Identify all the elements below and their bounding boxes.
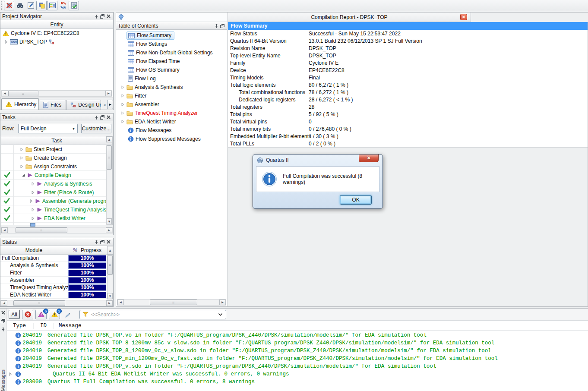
scroll-left-icon[interactable]: ◄ <box>1 227 8 233</box>
close-icon[interactable] <box>0 310 6 315</box>
chevron-right-icon[interactable] <box>4 40 8 44</box>
chevron-right-icon[interactable] <box>31 190 35 195</box>
message-row[interactable]: 204019 Generated file DPSK_TOP_8_1200mv_… <box>7 347 588 355</box>
close-icon[interactable] <box>105 239 111 245</box>
close-icon[interactable] <box>105 13 111 19</box>
chevron-right-icon[interactable] <box>120 111 125 115</box>
message-row[interactable]: Quartus II 64-Bit EDA Netlist Writer was… <box>7 370 588 378</box>
scroll-down-icon[interactable]: ▼ <box>107 218 112 224</box>
task-row-partial[interactable] <box>1 223 112 227</box>
filter-errors-button[interactable] <box>22 310 33 319</box>
message-row[interactable]: 293000 Quartus II Full Compilation was s… <box>7 378 588 386</box>
status-hscrollbar[interactable]: ◄ ≡ ► <box>0 300 113 306</box>
find-button[interactable] <box>15 1 25 10</box>
tree-item-device[interactable]: Cyclone IV E: EP4CE6E22C8 <box>0 29 113 38</box>
status-vscrollbar[interactable]: ≡ ▼ <box>107 255 113 300</box>
toc-item[interactable]: Flow Elapsed Time <box>116 57 227 66</box>
report-close-button[interactable]: ✕ <box>460 14 467 20</box>
float-icon[interactable] <box>219 23 225 28</box>
tab-files[interactable]: Files <box>39 100 66 110</box>
tab-hierarchy[interactable]: Hierarchy <box>1 98 39 110</box>
dialog-close-button[interactable]: ✕ <box>359 155 379 162</box>
flag-messages-button[interactable] <box>62 310 73 319</box>
scroll-thumb[interactable]: ≡ <box>107 145 112 170</box>
scroll-down-icon[interactable]: ▼ <box>107 293 113 299</box>
chevron-right-icon[interactable] <box>29 199 33 203</box>
float-icon[interactable] <box>0 318 6 324</box>
scroll-thumb[interactable]: ≡ <box>107 255 113 275</box>
scroll-thumb[interactable]: ≡ <box>13 300 65 306</box>
tab-scroll-left-icon[interactable]: ◄ <box>101 103 107 110</box>
scroll-left-icon[interactable]: ◄ <box>1 300 7 306</box>
toc-item[interactable]: Flow Non-Default Global Settings <box>116 48 227 57</box>
chevron-right-icon[interactable] <box>31 208 35 212</box>
chevron-right-icon[interactable] <box>31 182 35 186</box>
toc-item[interactable]: Flow Summary <box>116 31 227 40</box>
scroll-right-icon[interactable]: ► <box>106 227 112 233</box>
search-box[interactable]: <<Search>> <box>79 310 226 319</box>
scroll-thumb[interactable]: ≡ <box>150 300 197 305</box>
refresh-button[interactable] <box>58 1 68 10</box>
task-row[interactable]: Assembler (Generate program <box>1 197 112 205</box>
message-row[interactable]: 204019 Generated file DPSK_TOP_min_1200m… <box>7 355 588 363</box>
message-row[interactable]: 204019 Generated file DPSK_TOP_v.sdo in … <box>7 363 588 370</box>
chevron-down-icon[interactable] <box>218 312 223 317</box>
windows-layout-button[interactable] <box>47 1 57 10</box>
task-row[interactable]: Assign Constraints <box>1 162 112 171</box>
scroll-up-icon[interactable]: ▲ <box>107 246 113 255</box>
tab-design-units[interactable]: Design Ur <box>66 100 101 110</box>
scroll-left-icon[interactable]: ◄ <box>2 91 8 96</box>
scroll-right-icon[interactable]: ► <box>219 300 226 305</box>
notes-button[interactable] <box>36 1 47 10</box>
task-row[interactable]: Compile Design <box>1 171 112 180</box>
report-tool-icon[interactable] <box>118 14 124 20</box>
scroll-left-icon[interactable]: ◄ <box>117 300 124 305</box>
task-row[interactable]: Create Design <box>1 154 112 162</box>
verify-document-button[interactable] <box>69 1 79 10</box>
flow-select[interactable]: Full Design ▼ <box>18 124 78 133</box>
chevron-right-icon[interactable] <box>120 85 125 89</box>
edit-button[interactable] <box>25 1 36 10</box>
chevron-right-icon[interactable] <box>120 120 125 124</box>
float-icon[interactable] <box>99 13 105 19</box>
tab-scroll-right-icon[interactable]: ► <box>107 100 113 109</box>
pin-icon[interactable] <box>213 23 219 28</box>
message-row[interactable]: 204019 Generated file DPSK_TOP.vo in fol… <box>7 331 588 339</box>
task-row[interactable]: Start Project <box>1 145 112 154</box>
close-icon[interactable] <box>105 114 111 120</box>
tasks-hscrollbar[interactable]: ◄ ≡ ► <box>1 227 113 233</box>
tasks-vscrollbar[interactable]: ≡ ▼ <box>106 145 112 225</box>
pin-icon[interactable] <box>93 114 99 120</box>
filter-critical-warnings-button[interactable]: 6 <box>35 310 47 319</box>
float-icon[interactable] <box>99 239 105 245</box>
toc-item[interactable]: Flow Log <box>116 74 227 83</box>
toc-item[interactable]: Assembler <box>116 100 227 109</box>
chevron-right-icon[interactable] <box>19 156 24 160</box>
chevron-expanded-icon[interactable] <box>21 173 25 177</box>
toc-item[interactable]: Flow Settings <box>116 40 227 48</box>
tree-item-entity[interactable]: abd DPSK_TOP <box>0 38 113 46</box>
toc-item[interactable]: Flow Messages <box>116 126 227 135</box>
pin-icon[interactable] <box>93 239 99 245</box>
pin-icon[interactable] <box>93 13 99 19</box>
customize-button[interactable]: Customize... <box>81 124 111 133</box>
chevron-right-icon[interactable] <box>8 372 13 376</box>
toc-item[interactable]: Flow Suppressed Messages <box>116 135 227 143</box>
float-icon[interactable] <box>99 114 105 120</box>
toc-item[interactable]: TimeQuest Timing Analyzer <box>116 109 227 117</box>
toc-hscrollbar[interactable]: ◄ ≡ ► <box>117 299 226 306</box>
toc-item[interactable]: Analysis & Synthesis <box>116 83 227 91</box>
task-row[interactable]: Fitter (Place & Route) <box>1 188 112 197</box>
scroll-thumb[interactable]: ≡ <box>16 227 67 233</box>
message-row[interactable]: 204019 Generated file DPSK_TOP_8_1200mv_… <box>7 339 588 347</box>
ok-button[interactable]: OK <box>340 195 372 205</box>
pin-icon[interactable] <box>0 326 6 332</box>
toc-item[interactable]: Flow OS Summary <box>116 66 227 74</box>
toc-item[interactable]: EDA Netlist Writer <box>116 117 227 126</box>
toolbar-grip[interactable] <box>1 1 3 10</box>
scroll-thumb[interactable]: ≡ <box>8 91 38 96</box>
close-floating-window-button[interactable] <box>4 1 14 10</box>
scroll-up-icon[interactable]: ▲ <box>106 136 112 142</box>
report-tab[interactable]: Compilation Report - DPSK_TOP ✕ <box>228 13 471 22</box>
task-row[interactable]: Analysis & Synthesis <box>1 180 112 188</box>
